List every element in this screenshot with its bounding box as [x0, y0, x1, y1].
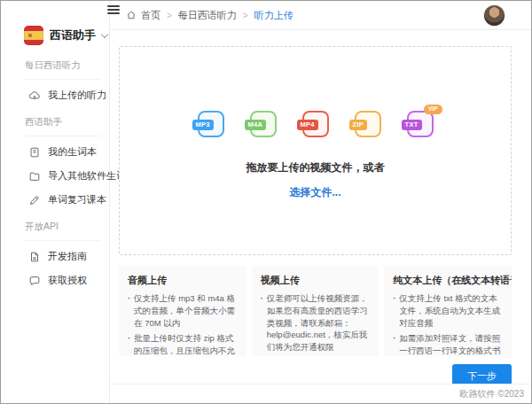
action-row: 下一步: [119, 364, 512, 384]
sidebar-section-spanish-helper: 西语助手: [1, 116, 109, 128]
divider: [25, 79, 100, 80]
breadcrumb-home[interactable]: 首页: [141, 9, 160, 22]
document-icon: [28, 251, 41, 263]
filetype-mp3-icon: MP3: [198, 111, 224, 137]
filetype-label: MP3: [192, 120, 214, 130]
chevron-down-icon: [101, 30, 108, 37]
filetype-label: TXT: [402, 120, 422, 130]
filetype-zip-icon: ZIP: [355, 111, 381, 137]
sidebar-item-import-words[interactable]: 导入其他软件生词: [1, 164, 109, 188]
app-window: 西语助手 每日西语听力 我上传的听力 西语助手 我的生词本 导入其他软件生词: [0, 0, 532, 404]
sidebar: 西语助手 每日西语听力 我上传的听力 西语助手 我的生词本 导入其他软件生词: [1, 1, 110, 403]
topbar: 首页 > 每日西语听力 > 听力上传: [110, 1, 531, 30]
filetype-label: M4A: [245, 120, 267, 130]
card-bullet: 仅老师可以上传视频资源，如果您有高质量的西语学习类视频，请联系邮箱：help@e…: [261, 292, 371, 354]
sidebar-section-daily-listening: 每日西语听力: [1, 59, 109, 72]
sidebar-item-label: 开发指南: [48, 250, 87, 263]
sidebar-item-label: 我的生词本: [48, 145, 97, 159]
breadcrumb-current-page: 听力上传: [254, 9, 293, 22]
breadcrumb-separator: >: [243, 11, 248, 20]
sidebar-section-open-api: 开放API: [1, 221, 109, 233]
card-title: 纯文本上传（在线文本转语音）: [393, 274, 503, 287]
notebook-icon: [28, 146, 41, 159]
card-title: 音频上传: [128, 274, 238, 287]
vip-badge: VIP: [424, 105, 442, 114]
sidebar-item-label: 我上传的听力: [48, 89, 106, 102]
filetype-label: MP4: [297, 120, 318, 130]
filetype-icon-row: MP3 M4A MP4 ZIP TXT VIP: [198, 111, 434, 137]
video-upload-card: 视频上传 仅老师可以上传视频资源，如果您有高质量的西语学习类视频，请联系邮箱：h…: [252, 266, 379, 356]
copyright-text: 欧路软件 ©2023: [460, 388, 524, 400]
drop-hint-text: 拖放要上传的视频文件，或者: [246, 160, 385, 175]
upload-info-cards: 音频上传 仅支持上传 mp3 和 m4a 格式的音频，单个音频大小需在 70M …: [119, 266, 512, 356]
sidebar-item-my-wordbook[interactable]: 我的生词本: [1, 140, 109, 164]
footer: 欧路软件 ©2023: [110, 384, 531, 403]
divider: [25, 240, 100, 241]
next-step-button[interactable]: 下一步: [452, 364, 512, 384]
breadcrumb: 首页 > 每日西语听力 > 听力上传: [126, 9, 293, 22]
spanish-flag-logo-icon: [24, 26, 43, 45]
main-panel: 首页 > 每日西语听力 > 听力上传 MP3 M4A MP4: [110, 1, 531, 403]
folder-icon: [28, 170, 41, 183]
divider: [25, 136, 100, 136]
sidebar-item-label: 获取授权: [48, 274, 87, 287]
text-upload-card: 纯文本上传（在线文本转语音） 仅支持上传 txt 格式的文本文件，系统自动为文本…: [384, 266, 512, 356]
user-avatar[interactable]: [484, 5, 505, 26]
breadcrumb-separator: >: [167, 11, 172, 20]
filetype-mp4-icon: MP4: [302, 111, 329, 137]
breadcrumb-daily-listening[interactable]: 每日西语听力: [178, 9, 237, 22]
chat-icon: [28, 275, 41, 287]
sidebar-item-word-review-book[interactable]: 单词复习课本: [1, 188, 109, 212]
upload-dropzone[interactable]: MP3 M4A MP4 ZIP TXT VIP: [119, 46, 512, 255]
filetype-txt-icon: TXT VIP: [407, 111, 434, 137]
sidebar-item-dev-guide[interactable]: 开发指南: [1, 245, 109, 268]
audio-upload-card: 音频上传 仅支持上传 mp3 和 m4a 格式的音频，单个音频大小需在 70M …: [119, 266, 246, 356]
card-bullet: 如需添加对照译文，请按照一行西语一行译文的格式书写: [393, 332, 503, 356]
sidebar-item-my-uploaded-listening[interactable]: 我上传的听力: [1, 83, 109, 107]
choose-file-link[interactable]: 选择文件...: [289, 185, 340, 200]
sidebar-toggle-hamburger-icon[interactable]: [107, 4, 120, 16]
home-icon: [126, 10, 137, 20]
app-logo-menu[interactable]: 西语助手: [1, 26, 109, 45]
app-title: 西语助手: [50, 27, 96, 43]
card-bullet: 批量上传时仅支持 zip 格式的压缩包，且压缩包内不允许嵌套文件夹: [128, 332, 238, 356]
filetype-m4a-icon: M4A: [250, 111, 277, 137]
sidebar-item-label: 单词复习课本: [48, 193, 106, 206]
sidebar-item-get-authorization[interactable]: 获取授权: [1, 268, 109, 292]
card-bullet: 仅支持上传 mp3 和 m4a 格式的音频，单个音频大小需在 70M 以内: [128, 292, 238, 329]
cloud-upload-icon: [28, 89, 41, 102]
pen-icon: [28, 194, 41, 206]
card-title: 视频上传: [261, 274, 371, 287]
content-area: MP3 M4A MP4 ZIP TXT VIP: [110, 30, 531, 384]
card-bullet: 仅支持上传 txt 格式的文本文件，系统自动为文本生成对应音频: [393, 292, 503, 329]
filetype-label: ZIP: [349, 120, 368, 130]
